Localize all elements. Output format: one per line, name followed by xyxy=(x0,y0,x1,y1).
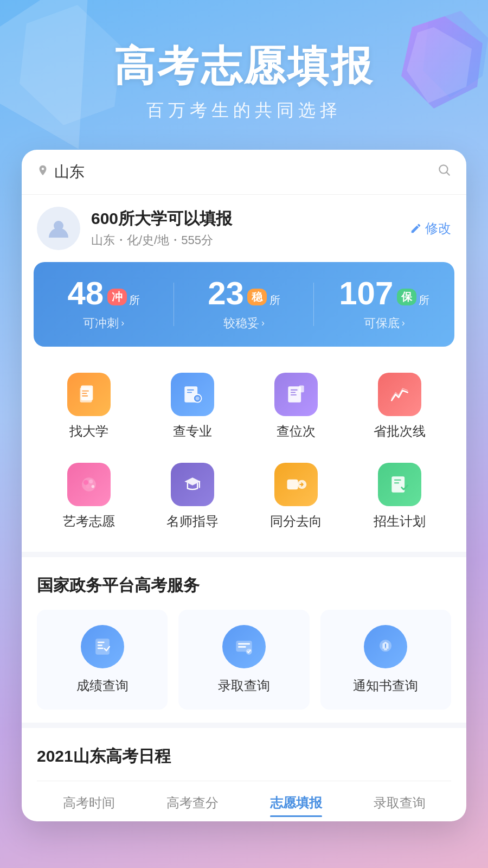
gov-section-title: 国家政务平台高考服务 xyxy=(37,575,451,597)
enrollment-plan-icon xyxy=(378,463,421,506)
user-details: 600所大学可以填报 山东・化/史/地・555分 xyxy=(91,208,451,248)
main-title: 高考志愿填报 xyxy=(0,43,488,89)
find-university-label: 找大学 xyxy=(69,423,108,440)
safe-unit: 所 xyxy=(419,293,429,308)
check-rank-icon xyxy=(274,373,318,416)
enrollment-plan-label: 招生计划 xyxy=(374,513,426,530)
svg-point-42 xyxy=(385,647,386,648)
tab-admission-check[interactable]: 录取查询 xyxy=(374,790,426,816)
menu-teacher-guide[interactable]: 名师指导 xyxy=(149,454,236,539)
art-exam-icon xyxy=(67,463,111,506)
svg-point-21 xyxy=(83,480,88,484)
search-icon[interactable] xyxy=(437,163,451,181)
user-meta: 山东・化/史/地・555分 xyxy=(91,232,451,248)
main-card: 山东 600所大学可以填报 山东・化/史/地・555分 修改 xyxy=(22,150,466,821)
find-major-icon xyxy=(171,373,214,416)
schedule-section: 2021山东高考日程 高考时间 高考查分 志愿填报 录取查询 xyxy=(22,730,466,821)
score-banner: 48 冲 所 可冲刺 › 23 稳 所 较稳妥 › 107 保 xyxy=(34,262,454,347)
safe-badge: 保 xyxy=(397,289,416,305)
score-item-stable[interactable]: 23 稳 所 较稳妥 › xyxy=(174,277,314,331)
menu-find-university[interactable]: 找大学 xyxy=(46,364,132,449)
safe-number: 107 xyxy=(339,277,393,310)
menu-check-rank[interactable]: 查位次 xyxy=(253,364,339,449)
section-divider-1 xyxy=(22,552,466,557)
location-text: 山东 xyxy=(54,162,85,182)
svg-rect-26 xyxy=(287,479,298,489)
svg-rect-13 xyxy=(187,389,194,390)
svg-rect-16 xyxy=(299,385,304,392)
rush-label: 可冲刺 › xyxy=(34,315,174,331)
stable-unit: 所 xyxy=(269,293,280,308)
batch-line-label: 省批次线 xyxy=(374,423,426,440)
gov-section: 国家政务平台高考服务 成绩查询 xyxy=(22,559,466,720)
rush-badge: 冲 xyxy=(107,289,127,305)
menu-batch-line[interactable]: 省批次线 xyxy=(356,364,443,449)
svg-rect-31 xyxy=(95,639,110,654)
svg-rect-14 xyxy=(187,392,191,393)
menu-find-major[interactable]: 查专业 xyxy=(149,364,236,449)
art-exam-label: 艺考志愿 xyxy=(63,513,115,530)
svg-rect-17 xyxy=(290,389,297,390)
edit-button[interactable]: 修改 xyxy=(410,220,451,237)
rush-number: 48 xyxy=(68,277,104,310)
location-icon xyxy=(37,164,49,179)
svg-rect-34 xyxy=(97,647,103,648)
sub-title: 百万考生的共同选择 xyxy=(0,99,488,123)
tab-score-check[interactable]: 高考查分 xyxy=(166,790,219,816)
stable-label: 较稳妥 › xyxy=(174,315,314,331)
svg-rect-40 xyxy=(384,648,388,650)
svg-rect-29 xyxy=(394,479,401,480)
section-divider-2 xyxy=(22,723,466,728)
search-bar: 山东 xyxy=(22,150,466,195)
score-item-rush[interactable]: 48 冲 所 可冲刺 › xyxy=(34,277,174,331)
notice-query-label: 通知书查询 xyxy=(353,677,418,694)
svg-rect-18 xyxy=(290,392,295,393)
check-rank-label: 查位次 xyxy=(277,423,316,440)
grid-menu: 找大学 查专业 xyxy=(22,359,466,550)
user-info: 600所大学可以填报 山东・化/史/地・555分 修改 xyxy=(22,195,466,262)
svg-rect-8 xyxy=(82,393,87,394)
svg-rect-36 xyxy=(238,643,250,644)
header: 高考志愿填报 百万考生的共同选择 xyxy=(0,0,488,123)
svg-point-24 xyxy=(91,485,94,488)
score-query-label: 成绩查询 xyxy=(76,677,129,694)
menu-art-exam[interactable]: 艺考志愿 xyxy=(46,454,132,539)
admission-query-icon xyxy=(222,625,266,668)
admission-query-label: 录取查询 xyxy=(218,677,270,694)
svg-rect-37 xyxy=(238,646,246,648)
notice-query-icon xyxy=(364,625,407,668)
menu-enrollment-plan[interactable]: 招生计划 xyxy=(356,454,443,539)
svg-rect-28 xyxy=(391,476,404,492)
svg-rect-30 xyxy=(394,482,399,483)
score-item-safe[interactable]: 107 保 所 可保底 › xyxy=(314,277,454,331)
find-university-icon xyxy=(67,373,111,416)
safe-label: 可保底 › xyxy=(314,315,454,331)
same-score-label: 同分去向 xyxy=(270,513,322,530)
location-area[interactable]: 山东 xyxy=(37,162,85,182)
edit-label: 修改 xyxy=(425,220,451,237)
svg-point-12 xyxy=(195,396,199,400)
gov-card-admission[interactable]: 录取查询 xyxy=(178,610,309,710)
tab-volunteer-fill[interactable]: 志愿填报 xyxy=(270,790,322,816)
schedule-title: 2021山东高考日程 xyxy=(37,745,451,768)
menu-same-score[interactable]: 同分去向 xyxy=(253,454,339,539)
svg-rect-19 xyxy=(290,394,296,395)
same-score-icon xyxy=(274,463,318,506)
grid-row-2: 艺考志愿 名师指导 xyxy=(37,454,451,539)
teacher-guide-label: 名师指导 xyxy=(166,513,219,530)
stable-number: 23 xyxy=(208,277,244,310)
grid-row-1: 找大学 查专业 xyxy=(37,364,451,449)
find-major-label: 查专业 xyxy=(173,423,212,440)
tab-exam-time[interactable]: 高考时间 xyxy=(63,790,115,816)
svg-rect-9 xyxy=(82,395,88,396)
score-query-icon xyxy=(81,625,124,668)
batch-line-icon xyxy=(378,373,421,416)
svg-point-23 xyxy=(86,484,89,488)
universities-count: 600所大学可以填报 xyxy=(91,208,451,230)
svg-rect-33 xyxy=(97,644,102,646)
gov-card-notice[interactable]: 通知书查询 xyxy=(320,610,451,710)
gov-cards-grid: 成绩查询 录取查询 xyxy=(37,610,451,710)
svg-rect-7 xyxy=(82,390,89,391)
schedule-tabs: 高考时间 高考查分 志愿填报 录取查询 xyxy=(37,781,451,816)
gov-card-score[interactable]: 成绩查询 xyxy=(37,610,168,710)
